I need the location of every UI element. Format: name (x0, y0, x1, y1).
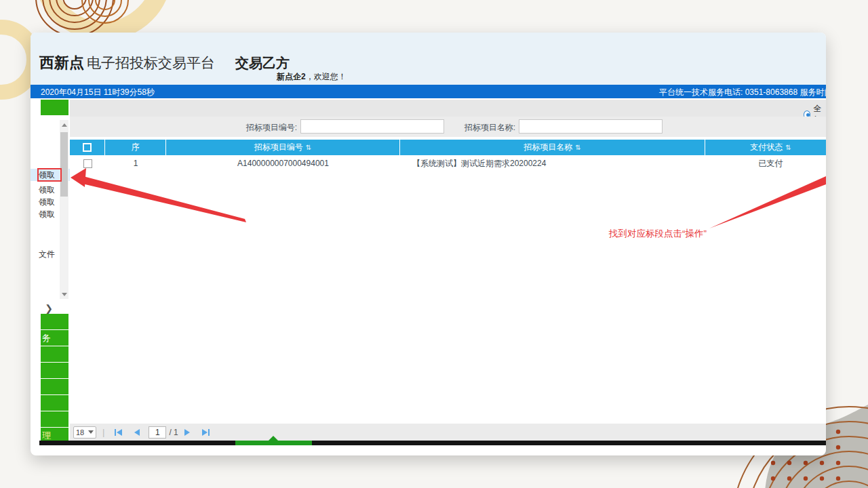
row-checkbox-cell[interactable] (70, 159, 105, 168)
red-arrow-right (709, 176, 826, 228)
status-bar: 2020年04月15日 11时39分58秒 平台统一技术服务电话: 0351-8… (31, 85, 826, 98)
row-seq: 1 (105, 159, 166, 168)
col-project-code[interactable]: 招标项目编号 ⇅ (166, 140, 400, 155)
sidebar-top-block[interactable] (41, 100, 68, 115)
select-all-cell[interactable] (70, 140, 105, 155)
video-progress-bar[interactable] (39, 441, 826, 445)
chevron-right-icon[interactable]: ❯ (43, 302, 55, 314)
checkbox-icon[interactable] (83, 159, 92, 168)
first-page-button[interactable] (114, 427, 125, 438)
page-size-select[interactable]: 18 (73, 426, 96, 439)
project-name-input[interactable] (519, 119, 663, 134)
annotation-tip-text: 找到对应标段点击“操作” (609, 228, 707, 240)
checkbox-icon[interactable] (83, 143, 92, 152)
role-title: 交易乙方 (235, 56, 290, 70)
col-project-name[interactable]: 招标项目名称 ⇅ (400, 140, 705, 155)
sidebar-block-6[interactable] (41, 395, 68, 411)
prev-page-button[interactable] (132, 427, 142, 438)
red-arrow-shaft-left (79, 176, 246, 222)
welcome-username: 新点企2 (277, 72, 306, 81)
welcome-suffix: ，欢迎您！ (306, 72, 347, 81)
beige-ring (0, 27, 34, 92)
brand-logo-text: 西新点 (39, 54, 84, 71)
page-size-value: 18 (76, 428, 84, 436)
progress-played-segment (235, 441, 312, 445)
col-pay-status[interactable]: 支付状态 ⇅ (705, 140, 826, 155)
sidebar-block-5[interactable] (41, 379, 68, 394)
pagination-bar: 18 | / 1 (70, 424, 826, 441)
table-row[interactable]: 1 A1400000007000494001 【系统测试】测试近期需求20200… (70, 155, 826, 171)
project-name-label: 招标项目名称: (458, 122, 515, 134)
scroll-up-icon[interactable] (60, 120, 68, 129)
row-pay-status: 已支付 (705, 158, 826, 169)
sort-icon[interactable]: ⇅ (575, 140, 580, 155)
row-project-code: A1400000007000494001 (166, 159, 400, 168)
scroll-down-icon[interactable] (60, 289, 68, 299)
last-page-button[interactable] (199, 427, 210, 438)
platform-title: 电子招投标交易平台 (87, 55, 215, 70)
sidebar-block-3[interactable] (41, 346, 68, 362)
pager-divider: | (102, 427, 104, 437)
brand: 西新点电子招投标交易平台交易乙方 (39, 53, 290, 73)
sort-icon[interactable]: ⇅ (785, 140, 791, 155)
sidebar-block-4[interactable] (41, 363, 68, 378)
welcome-message: 新点企2，欢迎您！ (277, 71, 347, 83)
sidebar-block-8[interactable]: 理 (41, 428, 68, 441)
sidebar-block-7[interactable] (41, 411, 68, 427)
table-header: 序 招标项目编号 ⇅ 招标项目名称 ⇅ 支付状态 ⇅ (70, 140, 826, 155)
datetime-text: 2020年04月15日 11时39分58秒 (41, 87, 155, 98)
current-page-input[interactable] (149, 426, 166, 439)
total-pages-label: / 1 (169, 428, 178, 437)
sidebar-block-1[interactable] (41, 314, 68, 329)
app-window: 西新点电子招投标交易平台交易乙方 新点企2，欢迎您！ 2020年04月15日 1… (31, 33, 826, 455)
dropdown-caret-icon (88, 430, 94, 434)
sort-icon[interactable]: ⇅ (306, 140, 311, 155)
search-strip (70, 117, 826, 137)
filter-toolbar (70, 100, 826, 117)
progress-marker-icon[interactable] (268, 436, 279, 441)
service-phone-text: 平台统一技术服务电话: 0351-8063868 服务时间： 周一 (659, 87, 826, 98)
sidebar-block-2[interactable]: 务 (41, 330, 68, 346)
project-code-label: 招标项目编号: (239, 122, 297, 134)
row-project-name: 【系统测试】测试近期需求20200224 (400, 158, 705, 169)
project-code-input[interactable] (300, 119, 444, 134)
next-page-button[interactable] (182, 427, 193, 438)
highlight-red-box (37, 168, 62, 182)
scrollbar-thumb[interactable] (60, 132, 68, 197)
header-band: 西新点电子招投标交易平台交易乙方 新点企2，欢迎您！ (31, 33, 826, 85)
col-seq[interactable]: 序 (105, 140, 166, 155)
sidebar-scrollbar[interactable] (60, 120, 68, 299)
